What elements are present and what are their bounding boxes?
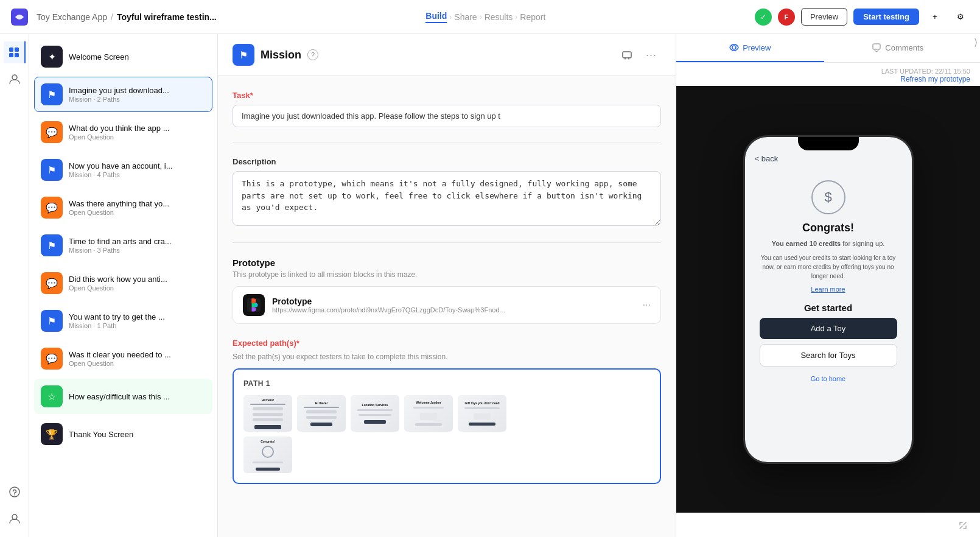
sidebar-item-openq3[interactable]: 💬 Did this work how you anti... Open Que… (34, 265, 212, 301)
prototype-section: Prototype This prototype is linked to al… (233, 258, 661, 324)
gear-icon: ⚙ (957, 12, 964, 21)
nav-share[interactable]: Share (454, 12, 477, 22)
settings-button[interactable]: ⚙ (951, 7, 970, 27)
project-name[interactable]: Toy Exchange App (37, 12, 107, 22)
refresh-prototype-link[interactable]: Refresh my prototype (686, 75, 970, 83)
add-button[interactable]: + (925, 7, 945, 27)
rating-icon: ☆ (41, 385, 63, 407)
sidebar-item-mission1[interactable]: ⚑ Imagine you just download... Mission ·… (34, 77, 212, 112)
openq1-title: What do you think the app ... (69, 124, 206, 133)
sidebar-item-welcome[interactable]: ✦ Welcome Screen (34, 39, 212, 74)
mission-block-title: Mission (261, 49, 301, 61)
preview-expand-button[interactable] (953, 516, 973, 535)
mission4-sub: Mission · 1 Path (69, 322, 206, 329)
topnav-actions: ✓ F Preview Start testing + ⚙ (755, 7, 970, 27)
path-screen-6[interactable]: Congrats! (243, 437, 292, 473)
sidebar-item-rating[interactable]: ☆ How easy/difficult was this ... (34, 379, 212, 414)
path-screen-1[interactable]: Hi there! (243, 395, 292, 432)
openq2-icon: 💬 (41, 197, 63, 219)
expected-paths-sub: Set the path(s) you expect testers to ta… (233, 353, 661, 361)
svg-rect-9 (623, 52, 631, 58)
nav-report[interactable]: Report (520, 12, 545, 22)
iconbar-help[interactable] (4, 481, 26, 503)
preview-panel-close[interactable]: ⟩ (971, 34, 980, 62)
iconbar-user[interactable] (4, 508, 26, 530)
phone-notch (798, 137, 859, 150)
phone-congrats-title: Congrats! (802, 222, 854, 234)
start-testing-button[interactable]: Start testing (853, 9, 919, 25)
preview-button[interactable]: Preview (801, 8, 847, 26)
sidebar-item-mission4[interactable]: ⚑ You want to try to get the ... Mission… (34, 303, 212, 339)
screen-view-button[interactable] (617, 45, 637, 65)
path1-screens: Hi there! Hi there! (243, 395, 650, 432)
nav-arrow-3: › (515, 13, 517, 21)
nav-steps: Build › Share › Results › Report (224, 11, 747, 23)
mission1-sub: Mission · 2 Paths (69, 96, 206, 103)
mission1-title: Imagine you just download... (69, 86, 206, 95)
prototype-card[interactable]: Prototype https://www.figma.com/proto/nd… (233, 286, 661, 324)
path1-label: PATH 1 (243, 379, 650, 388)
main-layout: ✦ Welcome Screen ⚑ Imagine you just down… (0, 34, 980, 537)
svg-rect-2 (15, 47, 19, 52)
nav-results[interactable]: Results (485, 12, 513, 22)
eye-icon (729, 43, 739, 52)
phone-frame: < back $ Congrats! You earned 10 credits… (743, 135, 914, 464)
iconbar-users[interactable] (4, 68, 26, 90)
openq2-sub: Open Question (69, 209, 206, 216)
openq4-sub: Open Question (69, 360, 206, 367)
sidebar-item-openq1[interactable]: 💬 What do you think the app ... Open Que… (34, 114, 212, 150)
prototype-more-button[interactable]: ··· (643, 300, 651, 311)
sidebar-item-thankyou[interactable]: 🏆 Thank You Screen (34, 416, 212, 452)
prototype-card-url: https://www.figma.com/proto/ndi9nxWvgEro… (272, 306, 635, 314)
sidebar-item-mission3[interactable]: ⚑ Time to find an arts and cra... Missio… (34, 228, 212, 263)
phone-search-toys-button[interactable]: Search for Toys (760, 344, 897, 367)
preview-tabs: Preview Comments ⟩ (676, 34, 980, 63)
phone-add-toy-button[interactable]: Add a Toy (760, 318, 897, 339)
page-name[interactable]: Toyful wireframe testin... (117, 12, 217, 22)
svg-rect-13 (873, 44, 880, 49)
prototype-card-name: Prototype (272, 297, 635, 306)
svg-rect-4 (15, 53, 19, 57)
openq4-icon: 💬 (41, 348, 63, 370)
welcome-screen-title: Welcome Screen (69, 52, 206, 61)
mission-help-icon[interactable]: ? (307, 49, 318, 60)
task-label: Task* (233, 91, 661, 100)
openq2-title: Was there anything that yo... (69, 199, 206, 208)
breadcrumb: Toy Exchange App / Toyful wireframe test… (37, 12, 217, 22)
nav-arrow-2: › (480, 13, 482, 21)
path-screen-5[interactable]: Gift toys you don't need (458, 395, 506, 432)
phone-desc-text: You can used your credits to start looki… (760, 253, 897, 281)
path-screen-3[interactable]: Location Services (351, 395, 399, 432)
divider-2 (233, 242, 661, 243)
last-updated-text: LAST UPDATED: 22/11 15:50 (686, 68, 970, 75)
more-options-button[interactable]: ··· (642, 45, 661, 65)
svg-rect-3 (9, 53, 13, 57)
sidebar-item-mission2[interactable]: ⚑ Now you have an account, i... Mission … (34, 152, 212, 188)
comment-icon (872, 43, 881, 52)
thankyou-icon: 🏆 (41, 423, 63, 445)
phone-learn-more-link[interactable]: Learn more (811, 286, 845, 293)
tab-preview[interactable]: Preview (676, 34, 824, 62)
app-logo[interactable] (10, 7, 29, 27)
description-textarea[interactable]: This is a prototype, which means it's no… (233, 171, 661, 226)
nav-build[interactable]: Build (425, 11, 447, 23)
icon-bar (0, 34, 29, 537)
path-screen-4[interactable]: Welcome Jaydon (404, 395, 453, 432)
content-header: ⚑ Mission ? ··· (218, 34, 676, 76)
sidebar-item-openq2[interactable]: 💬 Was there anything that yo... Open Que… (34, 190, 212, 225)
user-avatar[interactable]: F (778, 9, 795, 26)
mission2-sub: Mission · 4 Paths (69, 171, 206, 178)
mission1-icon: ⚑ (41, 83, 63, 105)
iconbar-grid[interactable] (4, 41, 26, 63)
path-screen-2[interactable]: Hi there! (297, 395, 346, 432)
path1-box: PATH 1 Hi there! (233, 368, 661, 484)
task-input[interactable] (233, 105, 661, 127)
welcome-screen-icon: ✦ (41, 46, 63, 68)
phone-go-home-link[interactable]: Go to home (811, 375, 845, 382)
tab-comments[interactable]: Comments (824, 34, 972, 62)
nav-arrow-1: › (449, 13, 452, 21)
sidebar-item-openq4[interactable]: 💬 Was it clear you needed to ... Open Qu… (34, 341, 212, 376)
preview-header-bar: LAST UPDATED: 22/11 15:50 Refresh my pro… (676, 63, 980, 86)
sidebar: ✦ Welcome Screen ⚑ Imagine you just down… (29, 34, 218, 537)
prototype-figma-icon (243, 294, 265, 316)
